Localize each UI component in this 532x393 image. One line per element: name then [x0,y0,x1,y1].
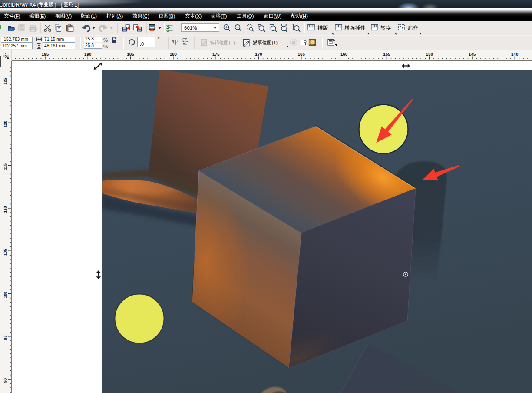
svg-text:190: 190 [84,52,92,57]
svg-text:105: 105 [3,249,7,256]
svg-text:175: 175 [212,52,220,57]
svg-text:115: 115 [3,163,7,170]
svg-text:%: % [103,44,108,49]
svg-text:(W): (W) [274,13,282,19]
svg-text:165: 165 [298,52,305,57]
svg-text:(C): (C) [142,13,149,19]
svg-text:48.161 mm: 48.161 mm [44,43,66,48]
svg-text:150: 150 [426,52,433,57]
svg-text:(T): (T) [272,40,278,45]
svg-text:(E): (E) [39,13,46,19]
svg-text:1]: 1] [74,2,79,8]
svg-text:(V): (V) [65,13,72,19]
svg-text:.0: .0 [140,41,144,47]
svg-text:25.8: 25.8 [85,37,94,41]
svg-text:110: 110 [3,206,7,213]
svg-text:-152.783 mm: -152.783 mm [2,37,28,42]
svg-text:(E)...: (E)... [229,40,238,45]
svg-text:(O): (O) [247,13,254,19]
svg-text:°: ° [158,36,160,42]
svg-text:120: 120 [3,121,7,128]
svg-text:195: 195 [42,52,49,57]
svg-text:25.8: 25.8 [85,43,94,48]
svg-text:71.15 mm: 71.15 mm [44,37,64,42]
svg-text:100: 100 [3,292,7,299]
svg-text:(B): (B) [169,13,175,19]
svg-text:125: 125 [3,78,7,85]
svg-text:160: 160 [340,52,348,57]
svg-text:145: 145 [469,52,476,57]
svg-text:102.257 mm: 102.257 mm [2,43,27,48]
svg-text:155: 155 [383,52,390,57]
svg-text:170: 170 [255,52,262,57]
svg-text:140: 140 [511,52,519,57]
svg-text:(F): (F) [14,13,20,19]
svg-text:601%: 601% [184,25,197,30]
svg-text:(L): (L) [91,13,97,19]
svg-text:90: 90 [3,378,7,383]
svg-text:185: 185 [127,52,134,57]
svg-text:(A): (A) [116,13,123,19]
svg-text:180: 180 [170,52,177,57]
svg-text:%: % [103,37,108,43]
svg-text:(T): (T) [221,13,227,19]
svg-text:95: 95 [3,336,7,340]
svg-text:(H): (H) [301,13,308,19]
svg-text:) - [: ) - [ [55,2,63,8]
svg-text:CorelDRAW X4 (: CorelDRAW X4 ( [0,2,39,8]
svg-text:(X): (X) [195,13,202,19]
